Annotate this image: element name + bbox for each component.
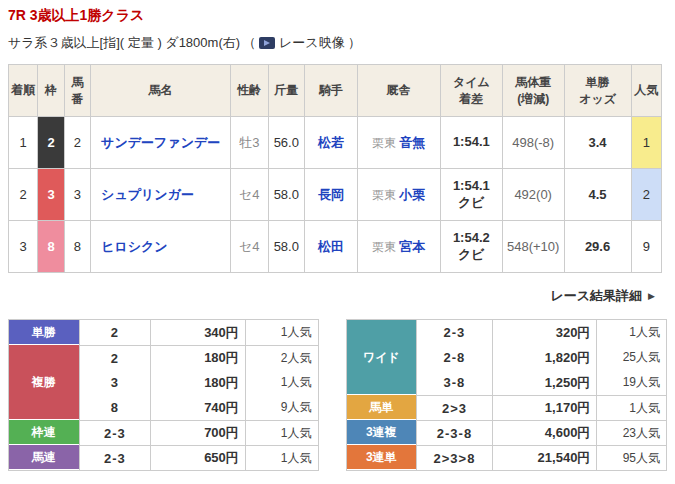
- paren-open: （: [243, 34, 256, 52]
- time-margin-cell: 1:54.1クビ: [440, 169, 502, 221]
- payout-popularity: 9人気: [245, 395, 318, 420]
- payout-row: ワイド 2-3 320円 1人気: [347, 320, 666, 345]
- time-margin-cell: 1:54.2クビ: [440, 221, 502, 273]
- payout-amount: 1,820円: [492, 345, 597, 370]
- payout-combo: 2-3: [416, 320, 492, 345]
- carried-weight: 56.0: [268, 117, 305, 169]
- horse-number: 2: [64, 117, 90, 169]
- payout-combo: 2: [79, 320, 151, 345]
- col-header-jockey: 騎手: [305, 65, 358, 117]
- horse-name-link[interactable]: シュプリンガー: [101, 187, 194, 202]
- stable-cell: 栗東小栗: [357, 169, 440, 221]
- payout-combo: 2>3>8: [416, 445, 492, 470]
- stable-area: 栗東: [372, 188, 396, 202]
- trainer-link[interactable]: 小栗: [399, 187, 425, 202]
- bet-type-wakuren: 枠連: [9, 420, 79, 445]
- sex-age: 牡3: [231, 117, 269, 169]
- horse-name-cell: シュプリンガー: [91, 169, 231, 221]
- margin: クビ: [443, 247, 500, 263]
- race-video-link[interactable]: レース映像: [259, 34, 345, 52]
- payout-amount: 21,540円: [492, 445, 597, 470]
- col-header-order: 着順: [9, 65, 38, 117]
- table-row: 2 3 3 シュプリンガー セ4 58.0 長岡 栗東小栗 1:54.1クビ 4…: [9, 169, 662, 221]
- horse-weight: 492(0): [502, 169, 564, 221]
- jockey-cell: 長岡: [305, 169, 358, 221]
- horse-number: 8: [64, 221, 90, 273]
- payout-popularity: 1人気: [596, 320, 666, 345]
- bet-type-sanrenpuku: 3連複: [347, 420, 417, 445]
- payout-combo: 8: [79, 395, 151, 420]
- col-header-horse-weight: 馬体重 (増減): [502, 65, 564, 117]
- paren-close: ）: [348, 34, 361, 52]
- bet-type-umatan: 馬単: [347, 395, 417, 420]
- payout-amount: 4,600円: [492, 420, 597, 445]
- finish-time: 1:54.1: [443, 134, 500, 150]
- payout-combo: 2-3-8: [416, 420, 492, 445]
- payout-row: 3連単 2>3>8 21,540円 95人気: [347, 445, 666, 470]
- payout-popularity: 95人気: [596, 445, 666, 470]
- finish-time: 1:54.1: [443, 178, 500, 194]
- payout-amount: 700円: [150, 420, 245, 445]
- jockey-link[interactable]: 松若: [318, 135, 344, 150]
- payout-amount: 340円: [150, 320, 245, 345]
- popularity: 2: [631, 169, 661, 221]
- payout-combo: 2-3: [79, 420, 151, 445]
- col-header-stable: 厩舎: [357, 65, 440, 117]
- jockey-cell: 松若: [305, 117, 358, 169]
- finish-order: 3: [9, 221, 38, 273]
- payout-popularity: 1人気: [596, 395, 666, 420]
- horse-name-cell: サンデーファンデー: [91, 117, 231, 169]
- race-conditions: サラ系３歳以上[指]( 定量 ) ダ1800m(右) （ レース映像 ）: [8, 34, 667, 52]
- frame-number: 8: [38, 221, 64, 273]
- finish-order: 2: [9, 169, 38, 221]
- jockey-cell: 松田: [305, 221, 358, 273]
- payout-row: 馬連 2-3 650円 1人気: [9, 445, 318, 470]
- payout-amount: 320円: [492, 320, 597, 345]
- jockey-link[interactable]: 松田: [318, 239, 344, 254]
- horse-name-link[interactable]: サンデーファンデー: [101, 135, 220, 150]
- race-video-label: レース映像: [279, 34, 345, 52]
- time-margin-cell: 1:54.1: [440, 117, 502, 169]
- trainer-link[interactable]: 宮本: [399, 239, 425, 254]
- stable-cell: 栗東音無: [357, 117, 440, 169]
- video-play-icon: [259, 37, 275, 49]
- payout-popularity: 1人気: [245, 445, 318, 470]
- popularity: 1: [631, 117, 661, 169]
- horse-weight: 498(-8): [502, 117, 564, 169]
- trainer-link[interactable]: 音無: [399, 135, 425, 150]
- payout-section: 単勝 2 340円 1人気 複勝 2 180円 2人気 3 180円 1人気 8…: [8, 319, 667, 471]
- col-header-sex-age: 性齢: [231, 65, 269, 117]
- payout-combo: 3: [79, 370, 151, 395]
- sex-age: セ4: [231, 221, 269, 273]
- payout-combo: 3-8: [416, 370, 492, 395]
- payout-table-right: ワイド 2-3 320円 1人気 2-8 1,820円 25人気 3-8 1,2…: [346, 319, 667, 471]
- bet-type-umaren: 馬連: [9, 445, 79, 470]
- payout-popularity: 19人気: [596, 370, 666, 395]
- horse-weight: 548(+10): [502, 221, 564, 273]
- payout-combo: 2-3: [79, 445, 151, 470]
- col-header-time-margin: タイム 着差: [440, 65, 502, 117]
- detail-link-label: レース結果詳細: [550, 288, 642, 303]
- payout-row: 複勝 2 180円 2人気: [9, 345, 318, 370]
- horse-name-cell: ヒロシクン: [91, 221, 231, 273]
- col-header-popularity: 人気: [631, 65, 661, 117]
- race-result-detail-link[interactable]: レース結果詳細▶: [550, 288, 655, 303]
- finish-time: 1:54.2: [443, 230, 500, 246]
- payout-combo: 2>3: [416, 395, 492, 420]
- race-title: 7R 3歳以上1勝クラス: [8, 7, 667, 25]
- race-result-page: 7R 3歳以上1勝クラス サラ系３歳以上[指]( 定量 ) ダ1800m(右) …: [0, 0, 675, 471]
- bet-type-sanrentan: 3連単: [347, 445, 417, 470]
- results-header-row: 着順 枠 馬番 馬名 性齢 斤量 騎手 厩舎 タイム 着差 馬体重 (増減) 単…: [9, 65, 662, 117]
- horse-name-link[interactable]: ヒロシクン: [101, 239, 168, 254]
- carried-weight: 58.0: [268, 169, 305, 221]
- bet-type-wide: ワイド: [347, 320, 417, 395]
- payout-table-left: 単勝 2 340円 1人気 複勝 2 180円 2人気 3 180円 1人気 8…: [8, 319, 319, 471]
- payout-row: 単勝 2 340円 1人気: [9, 320, 318, 345]
- popularity: 9: [631, 221, 661, 273]
- win-odds: 3.4: [564, 117, 631, 169]
- payout-row: 3連複 2-3-8 4,600円 23人気: [347, 420, 666, 445]
- detail-link-row: レース結果詳細▶: [8, 273, 667, 319]
- payout-amount: 1,250円: [492, 370, 597, 395]
- jockey-link[interactable]: 長岡: [318, 187, 344, 202]
- frame-number: 3: [38, 169, 64, 221]
